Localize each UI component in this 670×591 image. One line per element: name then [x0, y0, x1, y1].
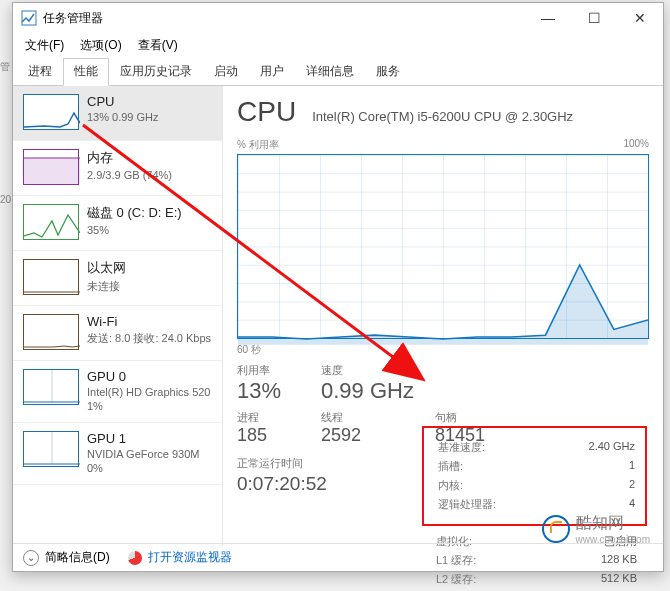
window-controls: ― ☐ ✕ [525, 3, 663, 33]
menu-view[interactable]: 查看(V) [132, 35, 184, 56]
label-handles: 句柄 [435, 410, 525, 425]
label-threads: 线程 [321, 410, 431, 425]
titlebar: 任务管理器 ― ☐ ✕ [13, 3, 663, 33]
cpu-chart[interactable] [237, 154, 649, 339]
tab-processes[interactable]: 进程 [17, 58, 63, 86]
app-icon [21, 10, 37, 26]
value-utilization: 13% [237, 378, 317, 404]
gpu1-thumb [23, 431, 79, 467]
gpu0-thumb [23, 369, 79, 405]
label-util: 利用率 [237, 363, 317, 378]
footer-bar: ⌄ 简略信息(D) 打开资源监视器 [13, 543, 663, 571]
tab-services[interactable]: 服务 [365, 58, 411, 86]
chart-ylabel: % 利用率 [237, 138, 279, 152]
sidebar-item-label: 磁盘 0 (C: D: E:) [87, 204, 182, 222]
task-manager-window: 任务管理器 ― ☐ ✕ 文件(F) 选项(O) 查看(V) 进程 性能 应用历史… [12, 2, 664, 572]
disk-thumb [23, 204, 79, 240]
chart-ymax: 100% [623, 138, 649, 152]
sidebar-item-sub2: 1% [87, 400, 211, 412]
watermark: 酷知网 www.coozhi.com [542, 513, 650, 545]
menu-file[interactable]: 文件(F) [19, 35, 70, 56]
watermark-logo-icon [542, 515, 570, 543]
minimize-button[interactable]: ― [525, 3, 571, 33]
collapse-chevron-icon[interactable]: ⌄ [23, 550, 39, 566]
spec-row: 插槽:1 [438, 457, 635, 476]
sidebar-item-gpu0[interactable]: GPU 0 Intel(R) HD Graphics 520 1% [13, 361, 222, 423]
spec-row: 内核:2 [438, 476, 635, 495]
maximize-button[interactable]: ☐ [571, 3, 617, 33]
spec-row: 逻辑处理器:4 [438, 495, 635, 514]
sidebar-item-label: 以太网 [87, 259, 126, 277]
open-resource-monitor-link[interactable]: 打开资源监视器 [148, 549, 232, 566]
sidebar-item-sub2: 0% [87, 462, 200, 474]
sidebar-item-sub: 未连接 [87, 279, 126, 294]
cpu-thumb [23, 94, 79, 130]
sidebar-item-wifi[interactable]: Wi-Fi 发送: 8.0 接收: 24.0 Kbps [13, 306, 222, 361]
close-button[interactable]: ✕ [617, 3, 663, 33]
chart-xlabel: 60 秒 [237, 343, 649, 357]
label-processes: 进程 [237, 410, 317, 425]
sidebar-item-gpu1[interactable]: GPU 1 NVIDIA GeForce 930M 0% [13, 423, 222, 485]
memory-thumb [23, 149, 79, 185]
cache-row: L2 缓存:512 KB [436, 570, 637, 589]
menu-options[interactable]: 选项(O) [74, 35, 127, 56]
window-title: 任务管理器 [43, 10, 103, 27]
detail-title: CPU [237, 96, 296, 128]
wifi-thumb [23, 314, 79, 350]
sidebar-item-label: CPU [87, 94, 159, 109]
tab-app-history[interactable]: 应用历史记录 [109, 58, 203, 86]
label-speed: 速度 [321, 363, 431, 378]
tab-details[interactable]: 详细信息 [295, 58, 365, 86]
sidebar-item-label: Wi-Fi [87, 314, 211, 329]
tab-startup[interactable]: 启动 [203, 58, 249, 86]
sidebar-item-disk[interactable]: 磁盘 0 (C: D: E:) 35% [13, 196, 222, 251]
sidebar-item-label: GPU 0 [87, 369, 211, 384]
perf-body: CPU 13% 0.99 GHz 内存 2.9/3.9 GB (74%) [13, 86, 663, 546]
tab-users[interactable]: 用户 [249, 58, 295, 86]
watermark-brand: 酷知网 [576, 514, 624, 531]
cpu-model: Intel(R) Core(TM) i5-6200U CPU @ 2.30GHz [312, 109, 573, 124]
perf-sidebar: CPU 13% 0.99 GHz 内存 2.9/3.9 GB (74%) [13, 86, 223, 546]
sidebar-item-sub: 35% [87, 224, 182, 236]
watermark-url: www.coozhi.com [576, 534, 650, 545]
sidebar-item-sub: NVIDIA GeForce 930M [87, 448, 200, 460]
ethernet-thumb [23, 259, 79, 295]
cpu-spec-box: 基准速度:2.40 GHz插槽:1内核:2逻辑处理器:4 [422, 426, 647, 526]
tab-performance[interactable]: 性能 [63, 58, 109, 86]
perf-detail: CPU Intel(R) Core(TM) i5-6200U CPU @ 2.3… [223, 86, 663, 546]
svg-rect-1 [24, 158, 80, 184]
sidebar-item-sub: 13% 0.99 GHz [87, 111, 159, 123]
sidebar-item-memory[interactable]: 内存 2.9/3.9 GB (74%) [13, 141, 222, 196]
value-processes: 185 [237, 425, 317, 446]
menubar: 文件(F) 选项(O) 查看(V) [13, 33, 663, 60]
sidebar-item-sub: 2.9/3.9 GB (74%) [87, 169, 172, 181]
sidebar-item-cpu[interactable]: CPU 13% 0.99 GHz [13, 86, 222, 141]
sidebar-item-ethernet[interactable]: 以太网 未连接 [13, 251, 222, 306]
svg-rect-0 [22, 11, 36, 25]
sidebar-item-sub: Intel(R) HD Graphics 520 [87, 386, 211, 398]
value-speed: 0.99 GHz [321, 378, 431, 404]
sidebar-item-label: GPU 1 [87, 431, 200, 446]
sidebar-item-label: 内存 [87, 149, 172, 167]
spec-row: 基准速度:2.40 GHz [438, 438, 635, 457]
sidebar-item-sub: 发送: 8.0 接收: 24.0 Kbps [87, 331, 211, 346]
tabstrip: 进程 性能 应用历史记录 启动 用户 详细信息 服务 [13, 60, 663, 86]
fewer-details-link[interactable]: 简略信息(D) [45, 549, 110, 566]
resource-monitor-icon [128, 551, 142, 565]
value-threads: 2592 [321, 425, 431, 446]
